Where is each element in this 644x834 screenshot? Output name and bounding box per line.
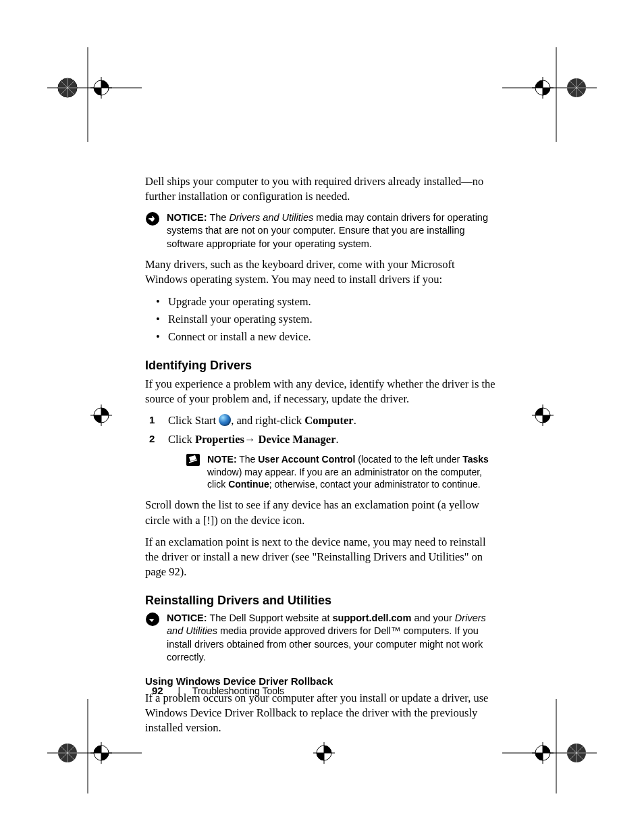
step-item: 1 Click Start , and right-click Computer… [145,413,496,428]
notice-label: NOTICE: [167,613,207,623]
svg-point-36 [94,746,109,760]
notice-icon [145,612,160,664]
bullet-list: Upgrade your operating system. Reinstall… [145,294,496,345]
page-number: 92 [152,685,163,696]
svg-line-35 [61,746,74,760]
footer-section: Troubleshooting Tools [192,685,284,696]
crop-mark-icon [47,47,142,142]
svg-line-45 [570,746,583,760]
footer-separator: | [178,685,181,696]
scroll-paragraph: Scroll down the list to see if any devic… [145,498,496,528]
svg-point-49 [317,746,331,760]
svg-line-8 [61,81,74,95]
note-icon [186,453,200,492]
svg-point-31 [58,744,77,762]
step-list: 1 Click Start , and right-click Computer… [145,413,496,448]
svg-line-44 [570,746,583,760]
crop-mark-icon [47,375,142,469]
note-text: NOTE: The User Account Control (located … [207,453,496,492]
svg-point-20 [535,80,550,95]
svg-point-41 [567,744,586,762]
svg-point-10 [94,80,109,95]
notice-text: NOTICE: The Dell Support website at supp… [167,612,496,664]
svg-point-2 [58,78,77,97]
note-label: NOTE: [207,454,237,465]
notice-icon [145,211,160,251]
step-number: 1 [149,413,155,427]
page-footer: 92 | Troubleshooting Tools [152,685,284,696]
exclamation-paragraph: If an exclamation point is next to the d… [145,535,496,580]
crop-mark-icon [47,699,142,793]
svg-line-34 [61,746,74,760]
notice-callout: NOTICE: The Dell Support website at supp… [145,612,496,664]
rollback-paragraph: If a problem occurs on your computer aft… [145,691,496,736]
list-item: Upgrade your operating system. [145,294,496,309]
svg-point-46 [535,746,550,760]
svg-point-5 [58,78,77,97]
svg-line-9 [61,81,74,95]
note-callout: NOTE: The User Account Control (located … [186,453,496,492]
svg-point-4 [58,78,77,97]
step-number: 2 [149,432,155,446]
notice-label: NOTICE: [167,212,207,223]
notice-text: NOTICE: The Drivers and Utilities media … [167,211,496,251]
crop-mark-icon [502,47,597,142]
list-item: Connect or install a new device. [145,330,496,344]
windows-start-icon [219,414,231,426]
heading-identifying: Identifying Drivers [145,359,496,373]
svg-point-23 [94,408,109,423]
notice-callout: NOTICE: The Drivers and Utilities media … [145,211,496,251]
page-content: Dell ships your computer to you with req… [145,174,496,743]
list-item: Reinstall your operating system. [145,312,496,327]
svg-point-15 [567,78,586,97]
svg-point-26 [535,408,550,423]
svg-line-19 [570,81,583,95]
drivers-intro: Many drivers, such as the keyboard drive… [145,257,496,288]
identifying-paragraph: If you experience a problem with any dev… [145,377,496,407]
crop-mark-icon [502,699,597,793]
heading-reinstalling: Reinstalling Drivers and Utilities [145,594,496,608]
svg-line-18 [570,81,583,95]
crop-mark-icon [502,375,597,469]
step-item: 2 Click Properties→ Device Manager. [145,432,496,447]
intro-paragraph: Dell ships your computer to you with req… [145,174,496,205]
